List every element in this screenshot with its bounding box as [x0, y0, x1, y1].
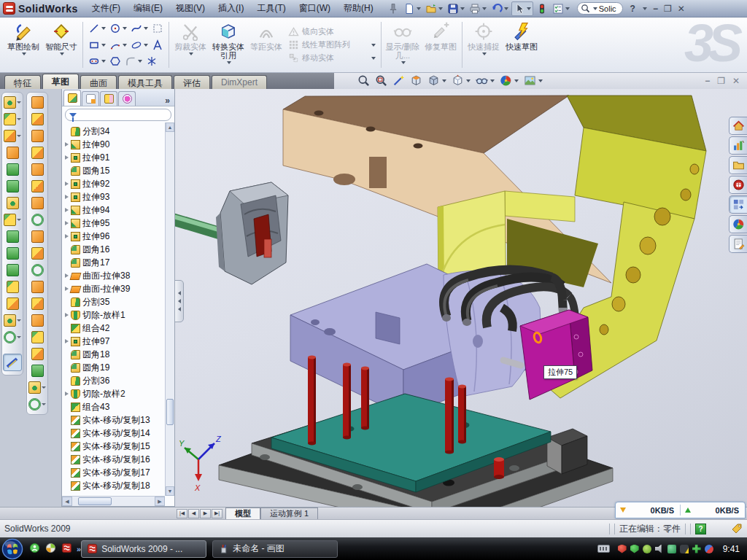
line-tool-button[interactable] [87, 22, 107, 35]
quick-tips-icon[interactable]: ? [695, 524, 706, 534]
close-button[interactable]: ✕ [678, 4, 685, 14]
pin-button[interactable] [386, 2, 400, 15]
draft-button[interactable] [7, 180, 19, 192]
menu-item[interactable]: 编辑(E) [127, 0, 169, 17]
configuration-manager-tab[interactable] [100, 91, 117, 106]
magnified-selection-button[interactable] [392, 74, 405, 87]
options-list-button[interactable] [551, 2, 571, 15]
dropdown-arrow-icon[interactable] [42, 386, 46, 389]
menu-item[interactable]: 工具(T) [250, 0, 292, 17]
expander-icon[interactable] [65, 392, 69, 396]
tree-item-拉伸91[interactable]: 拉伸91 [65, 151, 165, 164]
tree-item-切除-放样1[interactable]: 切除-放样1 [65, 308, 165, 322]
tree-item-拉伸94[interactable]: 拉伸94 [65, 203, 165, 217]
dropdown-arrow-icon[interactable] [17, 219, 21, 221]
expander-icon[interactable] [65, 313, 69, 317]
rect-tool-button[interactable] [87, 39, 107, 52]
section-view-button[interactable] [410, 74, 422, 87]
search-input[interactable]: Solic [599, 4, 616, 13]
dropdown-arrow-icon[interactable] [401, 61, 406, 64]
tab-DimXpert[interactable]: DimXpert [212, 75, 267, 89]
expander-icon[interactable] [65, 273, 69, 278]
dropdown-arrow-icon[interactable] [482, 52, 487, 55]
solidworks-shortcut-shortcut[interactable] [61, 542, 72, 556]
tree-filter-input[interactable] [65, 109, 171, 121]
tree-item-圆角19[interactable]: 圆角19 [65, 361, 165, 374]
dome-surface-button[interactable] [31, 365, 44, 377]
tab-模具工具[interactable]: 模具工具 [118, 75, 172, 89]
tab-nav-▶[interactable]: ▶ [200, 509, 211, 518]
dropdown-arrow-icon[interactable] [189, 52, 193, 55]
knit-surface-button[interactable] [31, 298, 44, 310]
move-copy-body-button[interactable] [7, 298, 19, 310]
fillet-button[interactable] [4, 130, 21, 142]
search-box[interactable]: Solic [577, 2, 623, 15]
filletsk-tool-button[interactable] [123, 55, 144, 68]
menu-item[interactable]: 文件(F) [85, 0, 127, 17]
input-method-icon[interactable] [597, 545, 610, 553]
dropdown-arrow-icon[interactable] [101, 44, 106, 47]
combine-button[interactable] [7, 281, 19, 293]
property-manager-tab[interactable] [82, 91, 99, 106]
scroll-up-icon[interactable]: ▲ [166, 122, 174, 132]
help-button[interactable]: ? [630, 4, 635, 14]
dropdown-arrow-icon[interactable] [17, 118, 21, 120]
dropdown-arrow-icon[interactable] [17, 101, 21, 104]
curves-button[interactable] [4, 331, 21, 343]
dropdown-arrow-icon[interactable] [101, 27, 106, 30]
scroll-left-icon[interactable]: ◀ [62, 497, 72, 506]
tree-item-圆角16[interactable]: 圆角16 [65, 243, 165, 256]
menu-item[interactable]: 视图(V) [169, 0, 212, 17]
expander-icon[interactable] [65, 339, 69, 343]
extend-surface-button[interactable] [31, 147, 44, 159]
reference-geometry-button[interactable] [4, 314, 21, 327]
dropdown-arrow-icon[interactable] [438, 7, 443, 10]
delete-face-button[interactable] [31, 264, 44, 276]
tree-item-分割35[interactable]: 分割35 [65, 295, 165, 308]
tree-item-拉伸92[interactable]: 拉伸92 [65, 177, 165, 190]
tab-nav-◀[interactable]: ◀ [188, 509, 199, 518]
doc-close-button[interactable]: ✕ [732, 76, 740, 86]
dropdown-arrow-icon[interactable] [527, 7, 531, 10]
select-tool-button[interactable] [150, 22, 165, 35]
dropdown-arrow-icon[interactable] [144, 44, 148, 47]
mirror-button[interactable] [7, 230, 19, 243]
minimize-button[interactable]: − [653, 4, 658, 14]
dropdown-arrow-icon[interactable] [371, 44, 376, 47]
expander-icon[interactable] [65, 142, 69, 147]
menu-item[interactable]: 插入(I) [212, 0, 250, 17]
ruled-surface-button[interactable] [31, 247, 44, 260]
textA-tool-button[interactable] [150, 39, 165, 52]
tree-item-圆角18[interactable]: 圆角18 [65, 348, 165, 361]
arc-tool-button[interactable] [108, 39, 128, 52]
expander-icon[interactable] [65, 221, 69, 225]
dimxpert-manager-tab[interactable] [118, 91, 136, 106]
镜向实体-button[interactable]: 镜向实体 [288, 26, 376, 37]
design-library-tab[interactable] [729, 136, 747, 155]
parting-surface-button[interactable] [31, 331, 44, 343]
移动实体-button[interactable]: 移动实体 [288, 52, 376, 63]
等距实体-button[interactable]: 等距实体 [247, 19, 285, 71]
tab-模型[interactable]: 模型 [225, 508, 260, 519]
expander-icon[interactable] [65, 287, 69, 291]
dropdown-arrow-icon[interactable] [227, 61, 231, 64]
trim-surface-button[interactable] [31, 163, 44, 176]
scroll-thumb-h[interactable] [78, 497, 112, 505]
spline-tool-button[interactable] [129, 22, 150, 35]
slot-tool-button[interactable] [87, 55, 107, 68]
tree-item-拉伸93[interactable]: 拉伸93 [65, 190, 165, 203]
help-dropdown-icon[interactable] [643, 7, 647, 10]
智能尺寸-button[interactable]: 智能尺寸 [42, 19, 80, 71]
scroll-down-icon[interactable]: ▼ [166, 486, 174, 496]
doc-restore-button[interactable]: ❐ [717, 76, 725, 86]
zoom-area-button[interactable] [375, 74, 387, 87]
offset-surface-button[interactable] [31, 214, 44, 226]
taskbar-button-SolidWorks 2009 - ...[interactable]: SolidWorks 2009 - ... [81, 540, 206, 558]
tree-item-实体-移动/复制15[interactable]: 实体-移动/复制15 [65, 440, 165, 453]
scroll-thumb[interactable] [166, 399, 174, 425]
health-shield-icon[interactable] [692, 545, 701, 553]
file-explorer-tab[interactable] [729, 156, 747, 174]
expander-icon[interactable] [65, 234, 69, 238]
dropdown-arrow-icon[interactable] [60, 52, 64, 55]
tab-运动算例 1[interactable]: 运动算例 1 [260, 508, 318, 519]
